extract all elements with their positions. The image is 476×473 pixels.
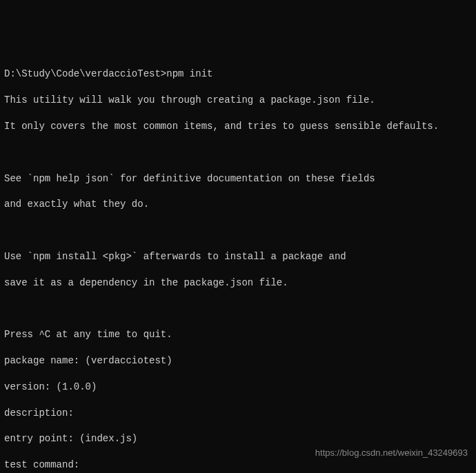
- prompt-version: version: (1.0.0): [4, 381, 472, 394]
- output-line: save it as a dependency in the package.j…: [4, 276, 472, 290]
- prompt-package-name: package name: (verdacciotest): [4, 354, 472, 368]
- output-line: This utility will walk you through creat…: [4, 94, 472, 107]
- output-line: and exactly what they do.: [4, 198, 472, 211]
- prompt-test-command: test command:: [4, 459, 472, 472]
- output-blank: [4, 224, 472, 237]
- command-text: npm init: [166, 68, 212, 79]
- output-blank: [4, 146, 472, 159]
- output-line: Press ^C at any time to quit.: [4, 328, 472, 341]
- output-line: See `npm help json` for definitive docum…: [4, 172, 472, 185]
- output-blank: [4, 302, 472, 315]
- watermark-text: https://blog.csdn.net/weixin_43249693: [315, 447, 468, 459]
- output-line: It only covers the most common items, an…: [4, 120, 472, 133]
- output-line: Use `npm install <pkg>` afterwards to in…: [4, 250, 472, 263]
- terminal-output[interactable]: D:\Study\Code\verdaccioTest>npm init Thi…: [4, 55, 472, 473]
- prompt-description: description:: [4, 407, 472, 420]
- prompt-entry-point: entry point: (index.js): [4, 432, 472, 445]
- prompt: D:\Study\Code\verdaccioTest>: [4, 68, 166, 79]
